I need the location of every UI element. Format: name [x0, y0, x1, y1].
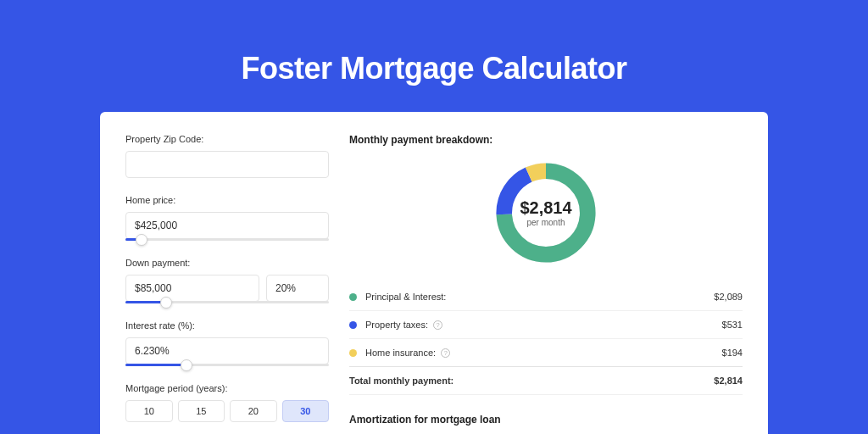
period-options: 10152030: [125, 400, 329, 422]
down-payment-slider[interactable]: [125, 301, 329, 303]
legend-row: Principal & Interest:$2,089: [349, 283, 743, 311]
donut-chart: $2,814 per month: [491, 158, 601, 268]
legend-row: Property taxes:?$531: [349, 311, 743, 339]
legend-value: $531: [722, 320, 743, 330]
down-payment-field: Down payment:: [125, 258, 329, 303]
breakdown-heading: Monthly payment breakdown:: [349, 134, 743, 146]
inputs-column: Property Zip Code: Home price: Down paym…: [125, 134, 329, 434]
home-price-slider[interactable]: [125, 238, 329, 241]
zip-label: Property Zip Code:: [125, 134, 329, 144]
legend-label-text: Home insurance:: [365, 348, 436, 358]
legend-dot-icon: [349, 321, 357, 329]
home-price-input[interactable]: [125, 212, 329, 239]
info-icon[interactable]: ?: [433, 320, 442, 330]
donut-amount: $2,814: [520, 198, 571, 218]
legend-row: Home insurance:?$194: [349, 339, 743, 366]
calculator-card: Property Zip Code: Home price: Down paym…: [100, 112, 768, 434]
legend-list: Principal & Interest:$2,089Property taxe…: [349, 283, 743, 366]
legend-label: Property taxes:?: [365, 320, 722, 330]
home-price-label: Home price:: [125, 195, 329, 205]
donut-sub: per month: [526, 218, 565, 227]
amortization-heading: Amortization for mortgage loan: [349, 414, 743, 426]
legend-value: $194: [722, 348, 743, 358]
period-label: Mortgage period (years):: [125, 383, 329, 393]
period-field: Mortgage period (years): 10152030: [125, 383, 329, 422]
home-price-slider-thumb[interactable]: [136, 234, 147, 246]
down-payment-input[interactable]: [125, 275, 259, 302]
page-title: Foster Mortgage Calculator: [0, 0, 868, 112]
legend-label: Home insurance:?: [365, 348, 722, 358]
legend-total-row: Total monthly payment: $2,814: [349, 366, 743, 395]
legend-total-label: Total monthly payment:: [349, 376, 714, 386]
zip-field: Property Zip Code:: [125, 134, 329, 178]
interest-field: Interest rate (%):: [125, 320, 329, 366]
info-icon[interactable]: ?: [441, 348, 450, 358]
interest-label: Interest rate (%):: [125, 320, 329, 331]
interest-slider-thumb[interactable]: [181, 359, 192, 371]
amortization-block: Amortization for mortgage loan Amortizat…: [349, 414, 743, 434]
breakdown-column: Monthly payment breakdown: $2,814 per mo…: [349, 134, 743, 434]
interest-slider-fill: [125, 364, 186, 366]
legend-label-text: Principal & Interest:: [365, 292, 446, 302]
donut-chart-wrap: $2,814 per month: [349, 158, 743, 268]
period-option-10[interactable]: 10: [125, 400, 173, 422]
donut-center: $2,814 per month: [491, 158, 601, 268]
interest-input[interactable]: [125, 337, 329, 364]
legend-value: $2,089: [714, 292, 743, 302]
period-option-15[interactable]: 15: [178, 400, 225, 422]
zip-input[interactable]: [125, 151, 329, 178]
legend-label: Principal & Interest:: [365, 292, 714, 302]
legend-label-text: Property taxes:: [365, 320, 428, 330]
period-option-20[interactable]: 20: [230, 400, 277, 422]
legend-dot-icon: [349, 349, 357, 357]
legend-dot-icon: [349, 293, 357, 301]
interest-slider[interactable]: [125, 364, 329, 366]
legend-total-value: $2,814: [714, 376, 743, 386]
down-payment-pct-input[interactable]: [266, 275, 329, 302]
home-price-field: Home price:: [125, 195, 329, 241]
period-option-30[interactable]: 30: [282, 400, 330, 422]
down-payment-slider-thumb[interactable]: [160, 297, 172, 309]
down-payment-label: Down payment:: [125, 258, 329, 268]
